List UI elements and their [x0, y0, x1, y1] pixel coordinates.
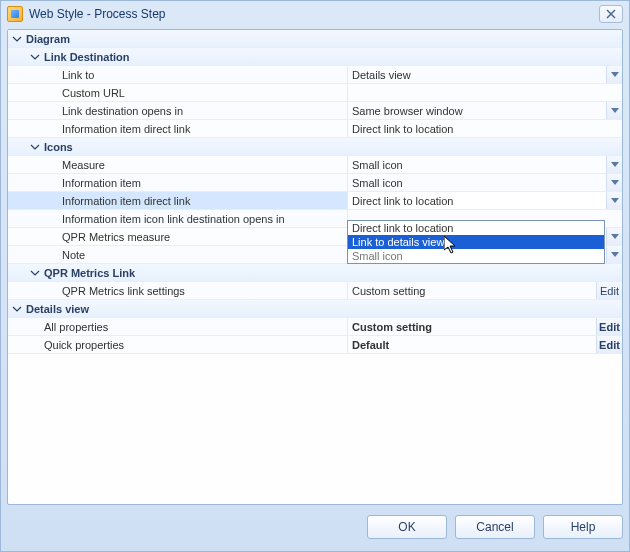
- prop-label: Note: [62, 249, 347, 261]
- prop-label: All properties: [44, 321, 347, 333]
- prop-value[interactable]: Default: [348, 339, 596, 351]
- dropdown-arrow-icon[interactable]: [606, 192, 622, 209]
- button-bar: OK Cancel Help: [7, 511, 623, 543]
- prop-label: Measure: [62, 159, 347, 171]
- row-info-item-direct-link: Information item direct link Direct link…: [8, 192, 622, 210]
- dropdown-option-selected[interactable]: Link to details view: [348, 235, 604, 249]
- edit-button[interactable]: Edit: [596, 336, 622, 353]
- dropdown-covered-text: Small icon: [348, 249, 604, 263]
- prop-label: Information item direct link: [62, 123, 347, 135]
- close-button[interactable]: [599, 5, 623, 23]
- prop-value[interactable]: Direct link to location: [348, 195, 606, 207]
- row-info-direct-link: Information item direct link Direct link…: [8, 120, 622, 138]
- dropdown-arrow-icon[interactable]: [606, 156, 622, 173]
- cancel-button[interactable]: Cancel: [455, 515, 535, 539]
- section-qpr-metrics-link[interactable]: QPR Metrics Link: [8, 264, 622, 282]
- row-qpr-link-settings: QPR Metrics link settings Custom setting…: [8, 282, 622, 300]
- prop-value[interactable]: Same browser window: [348, 105, 606, 117]
- section-label: Diagram: [26, 33, 622, 45]
- prop-value[interactable]: Custom setting: [348, 321, 596, 333]
- dropdown-option[interactable]: Direct link to location: [348, 221, 604, 235]
- prop-value[interactable]: Small icon: [348, 159, 606, 171]
- dropdown-arrow-icon[interactable]: [606, 66, 622, 83]
- row-opens-in: Link destination opens in Same browser w…: [8, 102, 622, 120]
- edit-button[interactable]: Edit: [596, 318, 622, 335]
- chevron-down-icon[interactable]: [29, 141, 41, 153]
- row-custom-url: Custom URL: [8, 84, 622, 102]
- ok-button[interactable]: OK: [367, 515, 447, 539]
- property-grid: Diagram Link Destination Link to Details…: [7, 29, 623, 505]
- dropdown-list[interactable]: Direct link to location Link to details …: [347, 220, 605, 264]
- dropdown-arrow-icon[interactable]: [606, 246, 622, 263]
- prop-label: Information item direct link: [62, 195, 347, 207]
- row-measure: Measure Small icon: [8, 156, 622, 174]
- app-icon: [7, 6, 23, 22]
- chevron-down-icon[interactable]: [29, 267, 41, 279]
- prop-label: Custom URL: [62, 87, 347, 99]
- section-label: QPR Metrics Link: [44, 267, 622, 279]
- section-link-destination[interactable]: Link Destination: [8, 48, 622, 66]
- edit-button[interactable]: Edit: [596, 282, 622, 299]
- prop-value[interactable]: Custom setting: [348, 285, 596, 297]
- prop-label: Information item: [62, 177, 347, 189]
- prop-label: Link destination opens in: [62, 105, 347, 117]
- prop-value[interactable]: Direct link to location: [348, 123, 622, 135]
- prop-value[interactable]: Small icon: [348, 177, 606, 189]
- prop-label: Link to: [62, 69, 347, 81]
- window-title: Web Style - Process Step: [29, 7, 166, 21]
- prop-label: Quick properties: [44, 339, 347, 351]
- section-diagram[interactable]: Diagram: [8, 30, 622, 48]
- chevron-down-icon[interactable]: [29, 51, 41, 63]
- prop-value[interactable]: Details view: [348, 69, 606, 81]
- section-icons[interactable]: Icons: [8, 138, 622, 156]
- row-information-item: Information item Small icon: [8, 174, 622, 192]
- row-link-to: Link to Details view: [8, 66, 622, 84]
- prop-label: QPR Metrics measure: [62, 231, 347, 243]
- prop-label: Information item icon link destination o…: [62, 213, 347, 225]
- section-label: Icons: [44, 141, 622, 153]
- chevron-down-icon[interactable]: [11, 303, 23, 315]
- dropdown-arrow-icon[interactable]: [606, 102, 622, 119]
- dropdown-arrow-icon[interactable]: [606, 174, 622, 191]
- dialog-window: Web Style - Process Step Diagram Link De…: [0, 0, 630, 552]
- row-all-properties: All properties Custom setting Edit: [8, 318, 622, 336]
- title-bar: Web Style - Process Step: [1, 1, 629, 27]
- section-label: Link Destination: [44, 51, 622, 63]
- row-quick-properties: Quick properties Default Edit: [8, 336, 622, 354]
- prop-label: QPR Metrics link settings: [62, 285, 347, 297]
- help-button[interactable]: Help: [543, 515, 623, 539]
- section-details-view[interactable]: Details view: [8, 300, 622, 318]
- dropdown-arrow-icon[interactable]: [606, 228, 622, 245]
- section-label: Details view: [26, 303, 622, 315]
- chevron-down-icon[interactable]: [11, 33, 23, 45]
